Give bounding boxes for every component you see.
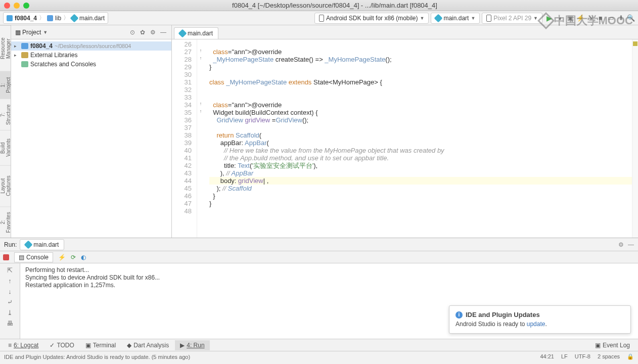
- line-gutter: 2627282930313233343536373839404142434445…: [172, 39, 197, 238]
- select-file-icon[interactable]: ⊙: [130, 29, 137, 36]
- rail-build-variants[interactable]: Build Variants: [0, 130, 11, 165]
- left-tool-rail: Resource Manager 1: Project 7: Structure…: [0, 25, 11, 238]
- editor-tabs: main.dart: [172, 25, 638, 39]
- breadcrumb[interactable]: f0804_4 〉 lib 〉 main.dart: [3, 12, 108, 24]
- stop-button[interactable]: ■: [597, 14, 605, 22]
- toolbar: f0804_4 〉 lib 〉 main.dart Android SDK bu…: [0, 11, 638, 25]
- close-icon[interactable]: [4, 3, 10, 9]
- update-notification[interactable]: i IDE and Plugin Updates Android Studio …: [449, 305, 631, 334]
- chevron-down-icon: ▼: [420, 16, 424, 21]
- chevron-down-icon: ▼: [533, 16, 538, 21]
- expand-all-icon[interactable]: ✿: [140, 29, 147, 36]
- sdk-button[interactable]: ⬇: [617, 14, 625, 22]
- run-header: Run: main.dart ⚙ —: [0, 238, 638, 251]
- project-view-selector[interactable]: ▦ Project ▼: [15, 29, 48, 36]
- minimize-icon[interactable]: [14, 3, 20, 9]
- rail-project[interactable]: 1: Project: [0, 71, 11, 99]
- info-icon: i: [455, 311, 463, 318]
- restart-icon[interactable]: ⟳: [71, 254, 76, 261]
- console-tab[interactable]: ▤ Console: [14, 252, 53, 262]
- down-icon[interactable]: ↓: [8, 288, 12, 295]
- tab-run[interactable]: ▶ 4: Run: [175, 340, 209, 350]
- hide-panel-icon[interactable]: —: [160, 29, 167, 36]
- rail-structure[interactable]: 7: Structure: [0, 99, 11, 130]
- tab-todo[interactable]: ✓ TODO: [44, 340, 79, 350]
- device-selector[interactable]: Android SDK built for x86 (mobile) ▼: [314, 13, 429, 24]
- dart-file-icon: [24, 240, 33, 249]
- chevron-down-icon: ▼: [471, 16, 475, 21]
- code-area[interactable]: class="ann">@override _MyHomePageState c…: [204, 39, 632, 238]
- scroll-icon[interactable]: ⤓: [7, 309, 13, 316]
- phone-icon: [486, 15, 491, 22]
- hot-reload-icon[interactable]: ⚡: [58, 254, 66, 261]
- error-stripe[interactable]: [632, 39, 638, 238]
- tab-terminal[interactable]: ▣ Terminal: [80, 340, 121, 350]
- run-side-actions: ⇱ ↑ ↓ ⤶ ⤓ 🖶: [0, 263, 20, 339]
- tree-row-scratches[interactable]: Scratches and Consoles: [11, 60, 171, 69]
- caret-position[interactable]: 44:21: [540, 353, 554, 360]
- run-config-selector[interactable]: main.dart ▼: [431, 13, 480, 24]
- console-output[interactable]: Performing hot restart... Syncing files …: [20, 263, 638, 339]
- run-settings-icon[interactable]: ⚙: [618, 241, 624, 248]
- lock-icon[interactable]: 🔒: [627, 353, 634, 360]
- tab-event-log[interactable]: ▣ Event Log: [590, 340, 635, 350]
- folder-icon: [21, 43, 28, 49]
- warning-indicator-icon[interactable]: [633, 41, 637, 46]
- dart-file-icon: [70, 14, 79, 22]
- project-icon: [7, 15, 13, 21]
- library-icon: [21, 52, 28, 58]
- breadcrumb-file: main.dart: [79, 15, 105, 22]
- attach-button[interactable]: ⇲: [586, 14, 595, 22]
- encoding[interactable]: UTF-8: [575, 353, 590, 360]
- folder-icon: [47, 15, 53, 21]
- breadcrumb-project: f0804_4: [15, 15, 37, 22]
- stop-icon[interactable]: [3, 254, 9, 260]
- line-ending[interactable]: LF: [561, 353, 568, 360]
- open-devtools-icon[interactable]: ◐: [81, 254, 86, 261]
- run-button[interactable]: ▶: [544, 14, 554, 22]
- profile-button[interactable]: ▣: [566, 14, 574, 22]
- hot-reload-button[interactable]: ⚡: [576, 14, 584, 22]
- tree-row-project[interactable]: ▸ f0804_4 ~/Desktop/lesson/source/f0804: [11, 41, 171, 51]
- tree-row-external-libs[interactable]: ▸ External Libraries: [11, 51, 171, 60]
- project-header: ▦ Project ▼ ⊙ ✿ ⚙ —: [11, 25, 171, 39]
- console-icon: ▤: [19, 254, 24, 261]
- debug-button[interactable]: ⬧: [556, 14, 564, 22]
- maximize-icon[interactable]: [23, 3, 29, 9]
- rail-resource-manager[interactable]: Resource Manager: [0, 25, 11, 71]
- run-panel: Run: main.dart ⚙ — ▤ Console ⚡ ⟳ ◐ ⇱ ↑ ↓…: [0, 238, 638, 339]
- rail-layout-captures[interactable]: Layout Captures: [0, 165, 11, 206]
- window-controls: [4, 3, 29, 9]
- tab-logcat[interactable]: ≡ 6: Logcat: [3, 340, 43, 350]
- editor-body[interactable]: 2627282930313233343536373839404142434445…: [172, 39, 638, 238]
- statusbar: IDE and Plugin Updates: Android Studio i…: [0, 351, 638, 362]
- dart-file-icon: [434, 14, 443, 22]
- print-icon[interactable]: 🖶: [7, 320, 13, 327]
- project-tree[interactable]: ▸ f0804_4 ~/Desktop/lesson/source/f0804 …: [11, 39, 171, 238]
- run-tab[interactable]: main.dart: [20, 239, 64, 250]
- attach-icon[interactable]: ⇱: [7, 266, 13, 274]
- hide-run-panel-icon[interactable]: —: [628, 241, 634, 248]
- breadcrumb-folder: lib: [55, 15, 61, 22]
- tab-dart-analysis[interactable]: ◆ Dart Analysis: [122, 340, 174, 350]
- search-icon[interactable]: 🔍: [627, 14, 635, 22]
- avd-button[interactable]: ▭: [607, 14, 615, 22]
- indent[interactable]: 2 spaces: [598, 353, 620, 360]
- window-title: f0804_4 [~/Desktop/lesson/source/f0804_4…: [35, 2, 634, 9]
- titlebar: f0804_4 [~/Desktop/lesson/source/f0804_4…: [0, 0, 638, 11]
- status-message: IDE and Plugin Updates: Android Studio i…: [4, 354, 190, 360]
- run-label: Run:: [4, 241, 17, 248]
- up-icon[interactable]: ↑: [8, 277, 12, 285]
- phone-icon: [319, 15, 324, 22]
- emulator-selector[interactable]: Pixel 2 API 29 ▼: [482, 13, 542, 24]
- wrap-icon[interactable]: ⤶: [7, 298, 13, 306]
- scratch-icon: [21, 61, 28, 67]
- settings-icon[interactable]: ⚙: [150, 29, 157, 36]
- editor-tab-main[interactable]: main.dart: [174, 27, 218, 39]
- rail-favorites[interactable]: 2: Favorites: [0, 206, 11, 238]
- update-link[interactable]: update: [527, 321, 545, 328]
- run-toolbar: ▤ Console ⚡ ⟳ ◐: [0, 251, 638, 263]
- editor: main.dart 262728293031323334353637383940…: [172, 25, 638, 238]
- project-panel: ▦ Project ▼ ⊙ ✿ ⚙ — ▸ f0804_4 ~/Desktop/…: [11, 25, 172, 238]
- dart-file-icon: [178, 29, 187, 38]
